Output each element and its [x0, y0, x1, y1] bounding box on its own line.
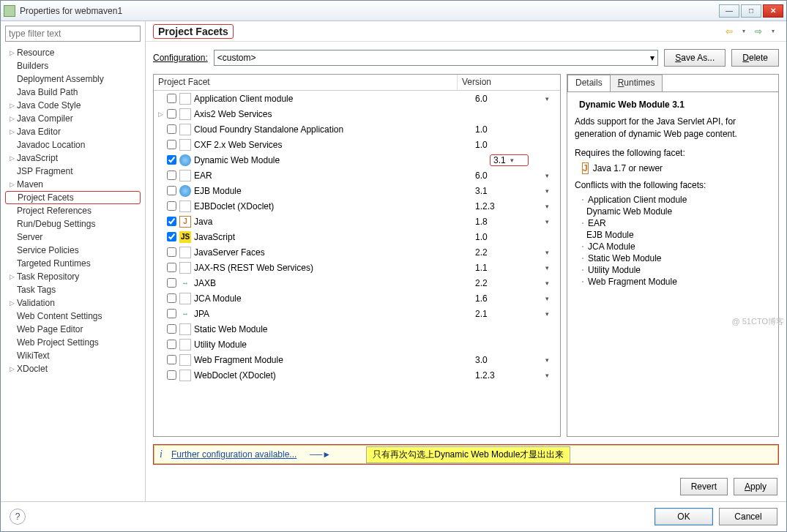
facet-checkbox[interactable]	[167, 309, 176, 318]
nav-back-icon[interactable]: ⇦	[723, 26, 735, 37]
ok-button[interactable]: OK	[654, 508, 713, 525]
facet-checkbox[interactable]	[167, 293, 176, 303]
facet-row[interactable]: ↔JPA2.1▾	[154, 306, 560, 321]
facet-checkbox[interactable]	[167, 155, 176, 165]
facet-checkbox[interactable]	[167, 109, 176, 119]
facet-row[interactable]: EJBDoclet (XDoclet)1.2.3▾	[154, 198, 560, 214]
facet-checkbox[interactable]	[167, 247, 176, 257]
version-dropdown[interactable]: ▾	[545, 264, 560, 271]
delete-button[interactable]: Delete	[731, 49, 779, 67]
version-dropdown[interactable]: ▾	[545, 372, 560, 379]
col-header-facet[interactable]: Project Facet	[154, 75, 458, 90]
sidebar-item-run-debug-settings[interactable]: Run/Debug Settings	[5, 217, 141, 231]
version-dropdown[interactable]: ▾	[545, 295, 560, 302]
sidebar-item-service-policies[interactable]: Service Policies	[5, 244, 141, 257]
help-button[interactable]: ?	[10, 509, 26, 525]
filter-input[interactable]	[5, 26, 141, 42]
sidebar-item-web-content-settings[interactable]: Web Content Settings	[5, 310, 141, 323]
tab-details[interactable]: Details	[567, 75, 611, 91]
apply-button[interactable]: Apply	[734, 478, 777, 495]
sidebar-item-java-compiler[interactable]: ▷Java Compiler	[5, 112, 141, 125]
maximize-button[interactable]: □	[741, 4, 761, 18]
sidebar-item-javadoc-location[interactable]: Javadoc Location	[5, 138, 141, 151]
nav-back-dd[interactable]: ▾	[738, 26, 750, 37]
sidebar-item-jsp-fragment[interactable]: JSP Fragment	[5, 165, 141, 178]
sidebar-item-project-references[interactable]: Project References	[5, 204, 141, 217]
facet-checkbox[interactable]	[167, 355, 176, 364]
facet-row[interactable]: Web Fragment Module3.0▾	[154, 352, 560, 367]
sidebar-item-wikitext[interactable]: WikiText	[5, 349, 141, 362]
facet-checkbox[interactable]	[167, 140, 176, 149]
page-title: Project Facets	[153, 24, 234, 39]
version-dropdown[interactable]: ▾	[545, 203, 560, 210]
facet-row[interactable]: Cloud Foundry Standalone Application1.0	[154, 121, 560, 137]
facet-row[interactable]: EAR6.0▾	[154, 168, 560, 183]
facet-checkbox[interactable]	[167, 324, 176, 334]
dependency-item: JCA Module	[582, 241, 771, 252]
facet-checkbox[interactable]	[167, 186, 176, 195]
version-dropdown[interactable]: ▾	[545, 95, 560, 102]
version-dropdown[interactable]: ▾	[545, 280, 560, 287]
configuration-combo[interactable]: <custom> ▾	[214, 50, 659, 66]
facet-row[interactable]: ↔JAXB2.2▾	[154, 275, 560, 291]
sidebar-item-web-project-settings[interactable]: Web Project Settings	[5, 336, 141, 349]
version-dropdown[interactable]: ▾	[545, 310, 560, 318]
facet-row[interactable]: Dynamic Web Module3.1▾	[154, 152, 560, 168]
sidebar-item-validation[interactable]: ▷Validation	[5, 296, 141, 310]
sidebar-item-xdoclet[interactable]: ▷XDoclet	[5, 362, 141, 375]
facet-row[interactable]: JJava1.8▾	[154, 214, 560, 229]
minimize-button[interactable]: —	[719, 4, 739, 18]
sidebar-item-targeted-runtimes[interactable]: Targeted Runtimes	[5, 257, 141, 270]
facet-row[interactable]: EJB Module3.1▾	[154, 183, 560, 198]
facet-row[interactable]: Static Web Module	[154, 321, 560, 337]
close-button[interactable]: ✕	[763, 4, 783, 18]
sidebar-item-web-page-editor[interactable]: Web Page Editor	[5, 323, 141, 336]
sidebar-item-resource[interactable]: ▷Resource	[5, 46, 141, 59]
tab-runtimes[interactable]: Runtimes	[610, 75, 663, 91]
facet-checkbox[interactable]	[167, 217, 176, 226]
facet-row[interactable]: JCA Module1.6▾	[154, 291, 560, 306]
sidebar-item-builders[interactable]: Builders	[5, 59, 141, 72]
sidebar-item-task-tags[interactable]: Task Tags	[5, 283, 141, 296]
further-config-link[interactable]: Further configuration available...	[171, 449, 296, 460]
sidebar-item-java-editor[interactable]: ▷Java Editor	[5, 125, 141, 138]
facet-row[interactable]: Application Client module6.0▾	[154, 91, 560, 106]
facet-row[interactable]: Utility Module	[154, 337, 560, 352]
facet-row[interactable]: JAX-RS (REST Web Services)1.1▾	[154, 260, 560, 275]
sidebar-item-java-build-path[interactable]: Java Build Path	[5, 86, 141, 99]
version-dropdown[interactable]: ▾	[545, 172, 560, 179]
col-header-version[interactable]: Version	[458, 75, 560, 90]
sidebar-item-task-repository[interactable]: ▷Task Repository	[5, 270, 141, 283]
save-as-button[interactable]: Save As...	[664, 49, 726, 67]
facet-checkbox[interactable]	[167, 124, 176, 134]
facet-checkbox[interactable]	[167, 340, 176, 349]
facet-row[interactable]: JSJavaScript1.0	[154, 229, 560, 244]
facet-row[interactable]: JavaServer Faces2.2▾	[154, 244, 560, 260]
sidebar-item-java-code-style[interactable]: ▷Java Code Style	[5, 99, 141, 112]
facet-checkbox[interactable]	[167, 201, 176, 211]
sidebar-item-maven[interactable]: ▷Maven	[5, 178, 141, 191]
facet-checkbox[interactable]	[167, 171, 176, 180]
cancel-button[interactable]: Cancel	[719, 508, 777, 525]
version-dropdown[interactable]: ▾	[545, 218, 560, 225]
facet-row[interactable]: WebDoclet (XDoclet)1.2.3▾	[154, 367, 560, 383]
facet-checkbox[interactable]	[167, 370, 176, 380]
sidebar-item-server[interactable]: Server	[5, 231, 141, 244]
facet-checkbox[interactable]	[167, 263, 176, 272]
version-dropdown[interactable]: ▾	[545, 187, 560, 195]
titlebar[interactable]: Properties for webmaven1 — □ ✕	[1, 1, 786, 21]
sidebar-item-project-facets[interactable]: Project Facets	[5, 191, 141, 204]
sidebar-item-javascript[interactable]: ▷JavaScript	[5, 151, 141, 165]
sidebar-item-deployment-assembly[interactable]: Deployment Assembly	[5, 72, 141, 86]
version-dropdown[interactable]: ▾	[545, 249, 560, 256]
facet-checkbox[interactable]	[167, 94, 176, 103]
revert-button[interactable]: Revert	[680, 478, 728, 495]
facet-version[interactable]: 3.1▾	[487, 154, 560, 166]
nav-fwd-dd[interactable]: ▾	[767, 26, 779, 37]
facet-checkbox[interactable]	[167, 278, 176, 288]
facet-row[interactable]: ▷Axis2 Web Services	[154, 106, 560, 121]
facet-row[interactable]: CXF 2.x Web Services1.0	[154, 137, 560, 152]
version-dropdown[interactable]: ▾	[545, 356, 560, 364]
facet-checkbox[interactable]	[167, 232, 176, 241]
nav-fwd-icon[interactable]: ⇨	[753, 26, 764, 37]
